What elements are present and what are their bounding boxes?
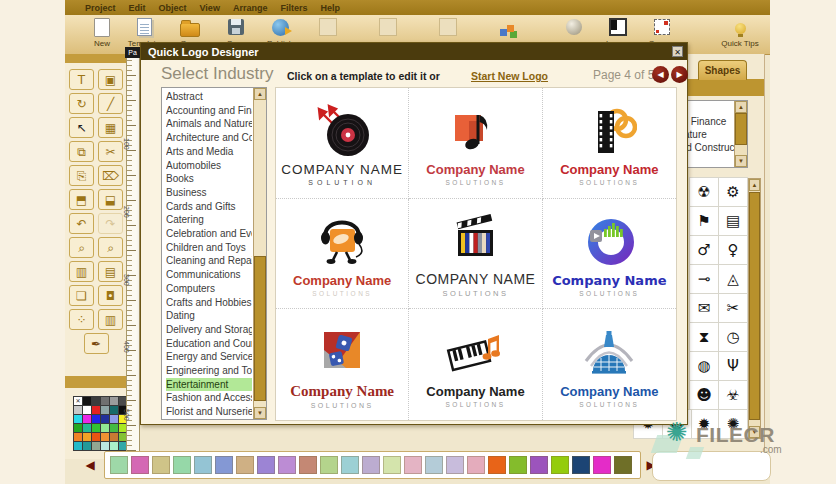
woman-figure-icon[interactable]: ⧗ <box>689 322 719 352</box>
color-swatch[interactable] <box>299 456 317 474</box>
align-horizontal-tool[interactable]: ▥ <box>69 261 94 282</box>
close-icon[interactable] <box>672 46 683 57</box>
color-swatch[interactable] <box>173 456 191 474</box>
distribute-tool[interactable]: ⁘ <box>69 309 94 330</box>
scroll-down-button[interactable]: ▼ <box>254 407 266 419</box>
flag-icon[interactable]: ⚑ <box>689 206 719 236</box>
insert-image-tool[interactable]: ▣ <box>98 69 123 90</box>
palette-color[interactable] <box>92 442 100 450</box>
template-card-dome[interactable]: Company Name SOLUTIONS <box>543 309 676 420</box>
dialog-titlebar[interactable]: Quick Logo Designer <box>141 43 687 60</box>
palette-color[interactable] <box>74 442 82 450</box>
template-card-vinyl[interactable]: COMPANY NAME SOLUTION <box>276 88 409 199</box>
palette-color[interactable] <box>83 433 91 441</box>
badge-icon[interactable]: ◬ <box>718 264 748 294</box>
palette-color[interactable] <box>92 397 100 405</box>
palette-color[interactable] <box>101 442 109 450</box>
align-vertical-tool[interactable]: ▤ <box>98 261 123 282</box>
palette-color[interactable] <box>83 415 91 423</box>
line-tool[interactable]: ╱ <box>98 93 123 114</box>
undo-tool[interactable]: ↶ <box>69 213 94 234</box>
palette-color[interactable] <box>110 397 118 405</box>
color-picker-tool[interactable]: ✒ <box>84 333 109 354</box>
industry-item[interactable]: Education and Counseling <box>166 337 252 351</box>
clock-icon[interactable]: ◷ <box>718 322 748 352</box>
previous-page-button[interactable] <box>652 66 669 83</box>
color-swatch[interactable] <box>110 456 128 474</box>
industry-item[interactable]: Cleaning and Repair <box>166 254 252 268</box>
palette-color[interactable] <box>83 397 91 405</box>
industry-item[interactable]: Cards and Gifts <box>166 200 252 214</box>
industry-item[interactable]: Communications <box>166 268 252 282</box>
scroll-up-button[interactable]: ▲ <box>254 88 266 100</box>
menu-item[interactable]: Project <box>85 3 116 13</box>
female-icon[interactable]: ♀ <box>718 235 748 265</box>
lock-tool[interactable]: ◘ <box>98 285 123 306</box>
color-swatch[interactable] <box>404 456 422 474</box>
scrollbar-thumb[interactable] <box>735 113 747 145</box>
color-swatch[interactable] <box>215 456 233 474</box>
industry-item[interactable]: Business <box>166 186 252 200</box>
send-backward-tool[interactable]: ⬓ <box>98 189 123 210</box>
template-card-media-ring[interactable]: Company Name SOLUTIONS <box>543 199 676 310</box>
color-swatch[interactable] <box>551 456 569 474</box>
color-swatch[interactable] <box>572 456 590 474</box>
industry-item[interactable]: Accounting and Finance <box>166 104 252 118</box>
color-swatch[interactable] <box>467 456 485 474</box>
palette-color[interactable] <box>74 397 82 405</box>
color-swatch[interactable] <box>257 456 275 474</box>
palette-color[interactable] <box>83 406 91 414</box>
properties-tool[interactable]: ▦ <box>98 117 123 138</box>
man-figure-icon[interactable]: Ψ <box>718 351 748 381</box>
color-swatch[interactable] <box>278 456 296 474</box>
post-horn-icon[interactable]: ✉ <box>689 293 719 323</box>
industry-item[interactable]: Animals and Nature <box>166 117 252 131</box>
palette-color[interactable] <box>83 442 91 450</box>
industry-item[interactable]: Crafts and Hobbies <box>166 296 252 310</box>
menu-item[interactable]: Edit <box>129 3 146 13</box>
redo-tool[interactable]: ↷ <box>98 213 123 234</box>
next-page-button[interactable] <box>671 66 688 83</box>
industry-item[interactable]: Architecture and Construction <box>166 131 252 145</box>
menu-item[interactable]: View <box>200 3 220 13</box>
color-swatch[interactable] <box>446 456 464 474</box>
paste-tool[interactable]: ⎘ <box>69 165 94 186</box>
rotate-tool[interactable]: ↻ <box>69 93 94 114</box>
palette-color[interactable] <box>92 406 100 414</box>
color-swatch[interactable] <box>341 456 359 474</box>
quick-tips-button[interactable]: Quick Tips <box>717 17 763 53</box>
tab-shapes[interactable]: Shapes <box>698 60 747 80</box>
palette-color[interactable] <box>92 415 100 423</box>
color-swatch[interactable] <box>530 456 548 474</box>
color-swatch[interactable] <box>236 456 254 474</box>
industry-item[interactable]: Engineering and Tools <box>166 364 252 378</box>
new-button[interactable]: New <box>79 17 125 53</box>
industry-item[interactable]: Books <box>166 172 252 186</box>
menu-item[interactable]: Arrange <box>233 3 268 13</box>
starburst-icon[interactable]: ✹ <box>689 409 719 439</box>
biohazard-icon[interactable]: ☣ <box>718 380 748 410</box>
group-tool[interactable]: ❏ <box>69 285 94 306</box>
select-tool[interactable]: ↖ <box>69 117 94 138</box>
scrollbar-thumb[interactable] <box>749 192 760 420</box>
color-swatch[interactable] <box>194 456 212 474</box>
template-card-music-note[interactable]: Company Name SOLUTIONS <box>409 88 542 199</box>
color-swatch[interactable] <box>614 456 632 474</box>
palette-color[interactable] <box>110 406 118 414</box>
copy-tool[interactable]: ⧉ <box>69 141 94 162</box>
menu-item[interactable]: Help <box>320 3 340 13</box>
palette-color[interactable] <box>101 406 109 414</box>
industry-item[interactable]: Dating <box>166 309 252 323</box>
template-card-headphones[interactable]: Company Name SOLUTIONS <box>276 199 409 310</box>
palette-color[interactable] <box>74 415 82 423</box>
industry-item[interactable]: Children and Toys <box>166 241 252 255</box>
needle-icon[interactable]: ⊸ <box>689 264 719 294</box>
industry-item[interactable]: Automobiles <box>166 159 252 173</box>
palette-color[interactable] <box>74 406 82 414</box>
palette-color[interactable] <box>101 424 109 432</box>
bring-forward-tool[interactable]: ⬒ <box>69 189 94 210</box>
sun-icon[interactable]: ✺ <box>718 409 748 439</box>
text-tool[interactable]: T <box>69 69 94 90</box>
template-card-clapperboard[interactable]: COMPANY NAME SOLUTIONS <box>409 199 542 310</box>
mountain-icon[interactable]: ◍ <box>689 351 719 381</box>
